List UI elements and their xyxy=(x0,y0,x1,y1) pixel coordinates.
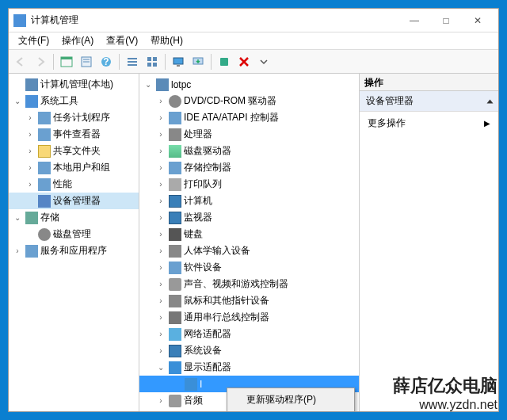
menu-view[interactable]: 查看(V) xyxy=(100,32,144,49)
collapse-icon[interactable]: ⌄ xyxy=(12,213,23,222)
expand-icon[interactable]: › xyxy=(155,130,166,139)
device-sound[interactable]: ›声音、视频和游戏控制器 xyxy=(139,276,359,292)
ctx-disable-device[interactable]: 禁用设备(D) xyxy=(229,410,353,411)
device-dvd[interactable]: ›DVD/CD-ROM 驱动器 xyxy=(139,93,359,109)
tree-system-tools[interactable]: ⌄系统工具 xyxy=(9,93,139,109)
device-print-queue[interactable]: ›打印队列 xyxy=(139,176,359,193)
ctx-update-driver[interactable]: 更新驱动程序(P) xyxy=(229,390,353,410)
expand-icon[interactable]: › xyxy=(155,113,166,122)
device-hid[interactable]: ›人体学输入设备 xyxy=(139,242,359,259)
device-cpu[interactable]: ›处理器 xyxy=(139,126,359,143)
tree-device-manager[interactable]: 设备管理器 xyxy=(9,193,139,209)
show-hide-tree-button[interactable] xyxy=(58,53,75,71)
expand-icon[interactable]: › xyxy=(155,213,166,222)
device-tree[interactable]: ⌄lotpc ›DVD/CD-ROM 驱动器 ›IDE ATA/ATAPI 控制… xyxy=(139,74,360,411)
collapse-icon[interactable]: ⌄ xyxy=(12,97,23,105)
tree-disk-management[interactable]: 磁盘管理 xyxy=(9,226,139,242)
device-computer[interactable]: ›计算机 xyxy=(139,193,359,209)
device-mice[interactable]: ›鼠标和其他指针设备 xyxy=(139,292,359,309)
uninstall-button[interactable] xyxy=(215,53,233,71)
device-network[interactable]: ›网络适配器 xyxy=(139,326,359,342)
menu-action[interactable]: 操作(A) xyxy=(55,32,100,49)
tree-services[interactable]: ›服务和应用程序 xyxy=(9,242,139,259)
expand-icon[interactable]: › xyxy=(155,296,166,305)
expand-icon[interactable]: › xyxy=(155,346,166,355)
storage-ctrl-icon xyxy=(169,162,181,174)
minimize-button[interactable]: — xyxy=(398,10,430,32)
expand-icon[interactable]: › xyxy=(155,97,166,105)
scan-hardware-button[interactable] xyxy=(170,53,187,71)
tree-shared-folders[interactable]: ›共享文件夹 xyxy=(9,143,139,159)
tools-icon xyxy=(25,95,38,108)
usb-icon xyxy=(169,311,181,324)
device-monitors[interactable]: ›监视器 xyxy=(139,209,359,226)
back-button[interactable] xyxy=(12,53,29,71)
uninstall-icon xyxy=(218,55,231,68)
titlebar[interactable]: 计算机管理 — □ ✕ xyxy=(9,9,498,32)
node-label: 显示适配器 xyxy=(184,361,231,374)
cpu-icon xyxy=(169,128,181,141)
expand-icon[interactable]: › xyxy=(155,163,166,172)
expand-icon[interactable]: › xyxy=(155,263,166,272)
help-button[interactable]: ? xyxy=(97,53,115,71)
maximize-button[interactable]: □ xyxy=(430,10,462,32)
device-storage-ctrl[interactable]: ›存储控制器 xyxy=(139,159,359,176)
expand-icon[interactable]: › xyxy=(155,396,166,405)
device-ide[interactable]: ›IDE ATA/ATAPI 控制器 xyxy=(139,109,359,126)
tree-event-viewer[interactable]: ›事件查看器 xyxy=(9,126,139,143)
node-label: 计算机管理(本地) xyxy=(40,78,113,91)
forward-button[interactable] xyxy=(32,53,49,71)
device-disk-drives[interactable]: ›磁盘驱动器 xyxy=(139,143,359,159)
expand-icon[interactable]: › xyxy=(155,147,166,155)
collapse-icon[interactable]: ⌄ xyxy=(143,80,154,89)
node-label: 网络适配器 xyxy=(184,327,231,341)
device-usb[interactable]: ›通用串行总线控制器 xyxy=(139,309,359,326)
menu-help[interactable]: 帮助(H) xyxy=(144,32,189,49)
update-driver-button[interactable] xyxy=(189,53,207,71)
app-icon xyxy=(13,14,26,27)
expand-icon[interactable]: › xyxy=(25,163,36,172)
expand-icon[interactable]: › xyxy=(155,246,166,255)
scheduler-icon xyxy=(38,112,51,124)
expand-icon[interactable]: › xyxy=(155,180,166,189)
device-keyboards[interactable]: ›键盘 xyxy=(139,226,359,242)
tree-local-users[interactable]: ›本地用户和组 xyxy=(9,159,139,176)
properties-button[interactable] xyxy=(78,53,95,71)
action-more[interactable]: 更多操作 ▶ xyxy=(360,112,498,135)
menu-file[interactable]: 文件(F) xyxy=(12,32,55,49)
device-software[interactable]: ›软件设备 xyxy=(139,259,359,276)
delete-icon xyxy=(238,55,250,68)
expand-icon[interactable]: › xyxy=(25,113,36,122)
sound-icon xyxy=(169,278,181,291)
action-device-manager[interactable]: 设备管理器 xyxy=(360,91,498,112)
view-list-button[interactable] xyxy=(124,53,141,71)
dropdown-button[interactable] xyxy=(255,53,273,71)
triangle-up-icon xyxy=(487,99,494,103)
tree-performance[interactable]: ›性能 xyxy=(9,176,139,193)
expand-icon[interactable]: › xyxy=(155,197,166,205)
expand-icon[interactable]: › xyxy=(25,130,36,139)
disable-button[interactable] xyxy=(235,53,253,71)
node-label: 任务计划程序 xyxy=(53,111,110,124)
expand-icon[interactable]: › xyxy=(25,147,36,155)
tree-root[interactable]: 计算机管理(本地) xyxy=(9,76,139,93)
expand-icon[interactable]: › xyxy=(155,280,166,288)
expand-icon[interactable]: › xyxy=(155,313,166,322)
tree-task-scheduler[interactable]: ›任务计划程序 xyxy=(9,109,139,126)
device-display-adapters[interactable]: ⌄显示适配器 xyxy=(139,359,359,376)
tree-storage[interactable]: ⌄存储 xyxy=(9,209,139,226)
expand-icon[interactable]: › xyxy=(12,246,23,255)
console-tree[interactable]: 计算机管理(本地) ⌄系统工具 ›任务计划程序 ›事件查看器 ›共享文件夹 ›本… xyxy=(9,74,139,411)
computer-management-window: 计算机管理 — □ ✕ 文件(F) 操作(A) 查看(V) 帮助(H) ? xyxy=(8,8,499,412)
close-button[interactable]: ✕ xyxy=(462,10,494,32)
network-icon xyxy=(169,328,181,341)
svg-rect-10 xyxy=(147,57,151,61)
expand-icon[interactable]: › xyxy=(25,180,36,189)
device-host[interactable]: ⌄lotpc xyxy=(139,76,359,93)
view-details-button[interactable] xyxy=(143,53,161,71)
expand-icon[interactable]: › xyxy=(155,230,166,239)
expand-icon[interactable]: › xyxy=(155,330,166,338)
collapse-icon[interactable]: ⌄ xyxy=(155,363,166,372)
node-label: 键盘 xyxy=(184,227,203,241)
device-system[interactable]: ›系统设备 xyxy=(139,342,359,359)
